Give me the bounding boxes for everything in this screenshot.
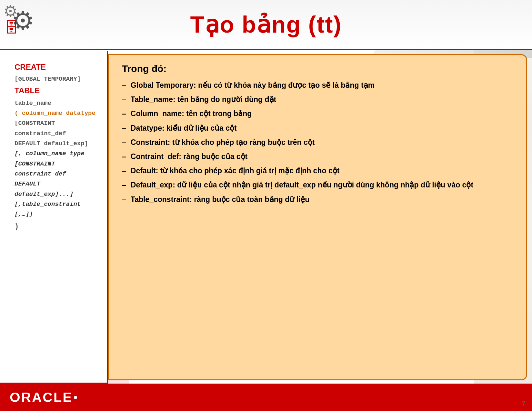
code-italic-3: constraint_def (15, 169, 99, 179)
oracle-logo: ORACLE (10, 390, 77, 405)
code-closing-paren: ) (15, 221, 99, 233)
bullet-dash-3: – (122, 108, 126, 119)
code-constraint-1: [CONSTRAINT (15, 118, 99, 128)
database-icon: 🗄 (4, 19, 19, 36)
bullet-item-1: – Global Temporary: nếu có từ khóa này b… (122, 80, 515, 90)
bullet-item-9: – Table_constraint: ràng buộc của toàn b… (122, 194, 515, 205)
footer: ORACLE (0, 384, 532, 411)
bullet-text-3: Column_name: tên cột trong bảng (131, 108, 515, 119)
bullet-dash-5: – (122, 137, 126, 147)
bullet-dash-2: – (122, 94, 126, 105)
bullet-dash-1: – (122, 80, 126, 90)
header: ⚙ ⚙ 🗄 Tạo bảng (tt) (0, 0, 532, 50)
right-panel-explanations: Trong đó: – Global Temporary: nếu có từ … (108, 54, 527, 380)
bullet-text-1: Global Temporary: nếu có từ khóa này bản… (131, 80, 515, 90)
bullet-item-7: – Default: từ khóa cho phép xác định giá… (122, 165, 515, 176)
bullet-text-8: Default_exp: dữ liệu của cột nhận giá tr… (131, 180, 515, 190)
bullet-item-8: – Default_exp: dữ liệu của cột nhận giá … (122, 180, 515, 190)
bullet-item-2: – Table_name: tên bảng do người dùng đặt (122, 94, 515, 105)
bullet-item-6: – Contraint_def: ràng buộc của cột (122, 151, 515, 162)
oracle-logo-text: ORACLE (10, 390, 73, 405)
code-italic-2: [CONSTRAINT (15, 159, 99, 169)
bullet-text-5: Constraint: từ khóa cho phép tạo ràng bu… (131, 137, 515, 147)
bullet-item-3: – Column_name: tên cột trong bảng (122, 108, 515, 119)
left-panel-code: CREATE [GLOBAL TEMPORARY] TABLE table_na… (0, 51, 108, 384)
bullet-item-5: – Constraint: từ khóa cho phép tạo ràng … (122, 137, 515, 147)
bullet-dash-7: – (122, 165, 126, 176)
bullet-text-9: Table_constraint: ràng buộc của toàn bản… (131, 194, 515, 205)
bullet-dash-9: – (122, 194, 126, 205)
right-panel-title: Trong đó: (122, 63, 515, 74)
bullet-text-4: Datatype: kiểu dữ liệu của cột (131, 123, 515, 133)
bullet-dash-4: – (122, 123, 126, 133)
code-italic-4: DEFAULT default_exp]...] (15, 179, 99, 199)
bullet-dash-8: – (122, 180, 126, 190)
code-default-1: DEFAULT default_exp] (15, 139, 99, 149)
gear-icons-container: ⚙ ⚙ 🗄 (2, 2, 40, 44)
bullet-text-2: Table_name: tên bảng do người dùng đặt (131, 94, 515, 105)
code-create: CREATE (15, 61, 99, 74)
page-number: 7 (522, 399, 526, 408)
code-table-name: table_name (15, 100, 51, 107)
bullet-list: – Global Temporary: nếu có từ khóa này b… (122, 80, 515, 205)
code-table: TABLE (15, 84, 99, 97)
code-constraint-def-1: constraint_def (15, 129, 99, 139)
code-global-temporary: [GLOBAL TEMPORARY] (15, 74, 99, 84)
oracle-registered-dot (74, 396, 77, 399)
bullet-text-7: Default: từ khóa cho phép xác định giá t… (131, 165, 515, 176)
page-title: Tạo bảng (tt) (190, 11, 342, 38)
bullet-text-6: Contraint_def: ràng buộc của cột (131, 151, 515, 162)
code-italic-5: [,table_constraint [,…]] (15, 199, 99, 220)
bullet-item-4: – Datatype: kiểu dữ liệu của cột (122, 123, 515, 133)
code-italic-1: [, column_name type (15, 149, 99, 159)
main-content: CREATE [GLOBAL TEMPORARY] TABLE table_na… (0, 51, 532, 384)
bullet-dash-6: – (122, 151, 126, 162)
code-column-name: ( column_name datatype (15, 108, 99, 118)
